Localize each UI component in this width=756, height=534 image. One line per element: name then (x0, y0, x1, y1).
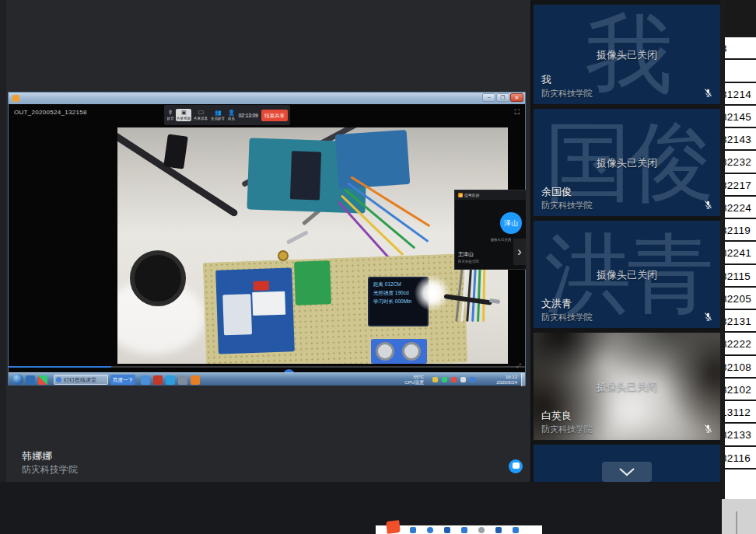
participants-sidebar: 我 摄像头已关闭 我 防灾科技学院 国俊 摄像头已关闭 余国俊 防灾科技学院 (532, 0, 720, 482)
start-button[interactable] (12, 374, 23, 385)
scroll-more-button[interactable] (602, 462, 652, 482)
signal-icon: 📶 (458, 193, 464, 197)
show-desktop-button[interactable] (521, 373, 525, 386)
number-row: 32232 (725, 151, 756, 173)
fullscreen-icon[interactable]: ⛶ (515, 108, 520, 117)
number-row: 32119 (725, 219, 756, 242)
participant-tile[interactable]: 摄像头已关闭 白英良 防灾科技学院 (534, 333, 720, 440)
app-icon (12, 95, 19, 102)
share-muteall-button[interactable]: 👥 全员静音 (210, 110, 226, 120)
player-filename: OUT_20200524_132158 (14, 109, 87, 116)
number-row: 32131 (725, 310, 756, 333)
share-mute-button[interactable]: 🎙 静音 (166, 110, 174, 120)
monitor-icon: 🖵 (193, 110, 208, 116)
tool-icon[interactable] (513, 527, 519, 533)
tool-icon[interactable] (444, 527, 450, 533)
seek-bar-progress (9, 366, 111, 368)
number-row: 32217 (725, 174, 756, 197)
media-player-icon[interactable] (191, 375, 200, 385)
share-video-button[interactable]: ▣ 共享视频 (176, 109, 191, 121)
expand-icon[interactable]: ⤢ (516, 362, 521, 370)
shared-window-titlebar: − ❐ ✕ (9, 92, 525, 104)
chevron-down-icon (618, 467, 636, 476)
participant-tile[interactable]: 洪青 摄像头已关闭 文洪青 防灾科技学院 (534, 221, 720, 328)
tool-icon[interactable] (410, 527, 416, 533)
camera-off-label: 摄像头已关闭 (534, 380, 720, 394)
tray-icon[interactable] (451, 377, 457, 382)
window-controls: − ❐ ✕ (482, 93, 523, 102)
shared-video-frame: 距离 012CM 光照强度 190cd 学习时长 000Min (117, 127, 508, 364)
photo-shape (278, 250, 289, 261)
number-row: 32102 (725, 379, 756, 401)
main-stage: − ❐ ✕ OUT_20200524_132158 ⛶ (0, 0, 530, 482)
photo-shape (163, 134, 188, 169)
tray-icon[interactable] (442, 377, 447, 382)
share-members-button[interactable]: 👤 成员 (227, 110, 235, 120)
number-row: 32115 (725, 265, 756, 288)
number-row: 32224 (725, 197, 756, 219)
background-window-top (725, 0, 756, 37)
participant-tile-partial[interactable] (534, 445, 720, 482)
participant-org: 防灾科技学院 (541, 88, 593, 99)
participant-name: 白英良 (541, 409, 572, 423)
camera-off-label: 摄像头已关闭 (534, 48, 720, 62)
number-row: 31214 (725, 83, 756, 106)
camera-off-label: 摄像头已关闭 (534, 156, 720, 170)
taskbar-active-window[interactable]: 钉钉在线课堂 (54, 375, 108, 385)
mini-participant-org: 防灾科技学院 (458, 259, 479, 263)
participant-name: 文洪青 (541, 297, 572, 311)
restore-button[interactable]: ❐ (496, 93, 509, 102)
number-row: 32241 (725, 242, 756, 264)
shared-screen: − ❐ ✕ OUT_20200524_132158 ⛶ (8, 92, 526, 386)
photo-shape (130, 250, 186, 306)
photo-shape (294, 260, 331, 305)
photo-shape (371, 339, 427, 364)
ie-icon[interactable] (141, 375, 150, 385)
participant-tile[interactable]: 国俊 摄像头已关闭 余国俊 防灾科技学院 (534, 109, 720, 216)
number-row: 32108 (725, 356, 756, 379)
number-row: 32222 (725, 333, 756, 355)
minimize-button[interactable]: − (482, 93, 495, 102)
people-icon: 👥 (210, 110, 226, 116)
close-button[interactable]: ✕ (510, 93, 523, 102)
presenter-name: 韩娜娜 (22, 449, 52, 463)
tray-icon[interactable] (470, 377, 475, 382)
shared-taskbar: 钉钉在线课堂 百度一下 55℃ CPU温度 16:12 (9, 372, 525, 386)
mini-participant-window[interactable]: 📶 信号良好 泽山 摄像头已关闭 王泽山 防灾科技学院 › (454, 190, 527, 270)
image-viewer-icon[interactable] (178, 375, 187, 385)
photo-shape (429, 290, 436, 296)
clock: 16:12 2020/5/24 (496, 375, 517, 385)
phone-app-icon[interactable] (166, 375, 175, 385)
background-numbers: 3312143214532143322323221732224321193224… (725, 37, 756, 499)
participant-org: 防灾科技学院 (541, 200, 593, 211)
tray-icon[interactable] (460, 377, 466, 382)
mic-muted-icon (703, 88, 713, 98)
number-row: 32205 (725, 288, 756, 310)
number-row: 32145 (725, 106, 756, 128)
number-row: 32143 (725, 128, 756, 151)
participant-tile[interactable]: 我 摄像头已关闭 我 防灾科技学院 (534, 5, 720, 104)
photo-shape (286, 230, 309, 244)
tool-icon[interactable] (461, 527, 467, 533)
background-scrollbar (736, 511, 737, 534)
tool-icon[interactable] (478, 527, 485, 533)
chevron-right-icon[interactable]: › (513, 239, 526, 265)
tool-icon[interactable] (427, 527, 433, 533)
app-icon[interactable] (153, 375, 163, 385)
main-left-strip (0, 0, 6, 482)
cpu-temp-readout: 55℃ CPU温度 (404, 375, 424, 385)
share-screen-button[interactable]: 🖵 共享屏幕 (193, 110, 208, 120)
ie-icon (56, 377, 61, 382)
end-share-button[interactable]: 结束共享 (261, 110, 288, 121)
share-toolbar: 🎙 静音 ▣ 共享视频 🖵 共享屏幕 👥 全员静音 (164, 105, 290, 125)
person-icon: 👤 (227, 110, 235, 116)
participant-org: 防灾科技学院 (541, 424, 593, 435)
mic-muted-icon (703, 312, 713, 322)
tool-icon[interactable] (495, 527, 502, 533)
app-icon[interactable] (38, 375, 47, 385)
number-row: 32133 (725, 424, 756, 446)
ie-icon[interactable] (26, 375, 35, 385)
tray-icon[interactable] (432, 377, 438, 382)
search-button[interactable]: 百度一下 (110, 375, 135, 385)
share-timer: 02:13:09 (239, 113, 258, 118)
